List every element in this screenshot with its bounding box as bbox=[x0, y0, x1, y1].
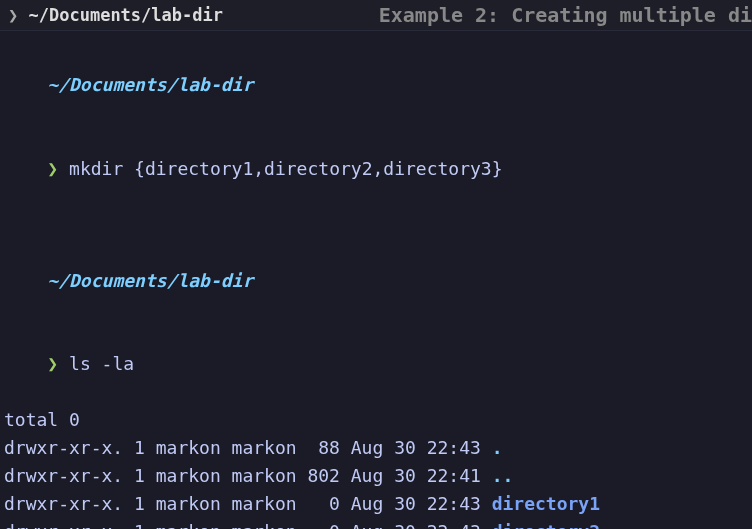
ls-total-line: total 0 bbox=[4, 406, 748, 434]
ls-row: drwxr-xr-x. 1 markon markon 0 Aug 30 22:… bbox=[4, 490, 748, 518]
command-line-1: ❯ mkdir {directory1,directory2,directory… bbox=[4, 127, 748, 211]
terminal-output-area[interactable]: ~/Documents/lab-dir ❯ mkdir {directory1,… bbox=[0, 31, 752, 529]
cwd-line: ~/Documents/lab-dir bbox=[4, 43, 748, 127]
ls-row: drwxr-xr-x. 1 markon markon 802 Aug 30 2… bbox=[4, 462, 748, 490]
title-prompt-char: ❯ bbox=[8, 5, 18, 25]
file-name: . bbox=[492, 437, 503, 458]
window-title-bar: Example 2: Creating multiple di ❯ ~/Docu… bbox=[0, 0, 752, 31]
command-text: mkdir {directory1,directory2,directory3} bbox=[69, 158, 502, 179]
command-text: ls -la bbox=[69, 353, 134, 374]
ls-row: drwxr-xr-x. 1 markon markon 0 Aug 30 22:… bbox=[4, 518, 748, 529]
cwd-path: ~/Documents/lab-dir bbox=[47, 74, 253, 95]
command-line-2: ❯ ls -la bbox=[4, 322, 748, 406]
file-name: directory2 bbox=[492, 521, 600, 529]
prompt-symbol: ❯ bbox=[47, 353, 58, 374]
title-path: ~/Documents/lab-dir bbox=[29, 5, 223, 25]
cwd-line: ~/Documents/lab-dir bbox=[4, 239, 748, 323]
file-name: .. bbox=[492, 465, 514, 486]
cwd-path: ~/Documents/lab-dir bbox=[47, 270, 253, 291]
ls-row: drwxr-xr-x. 1 markon markon 88 Aug 30 22… bbox=[4, 434, 748, 462]
prompt-symbol: ❯ bbox=[47, 158, 58, 179]
background-text: Example 2: Creating multiple di bbox=[379, 0, 752, 31]
file-name: directory1 bbox=[492, 493, 600, 514]
ls-listing: drwxr-xr-x. 1 markon markon 88 Aug 30 22… bbox=[4, 434, 748, 529]
